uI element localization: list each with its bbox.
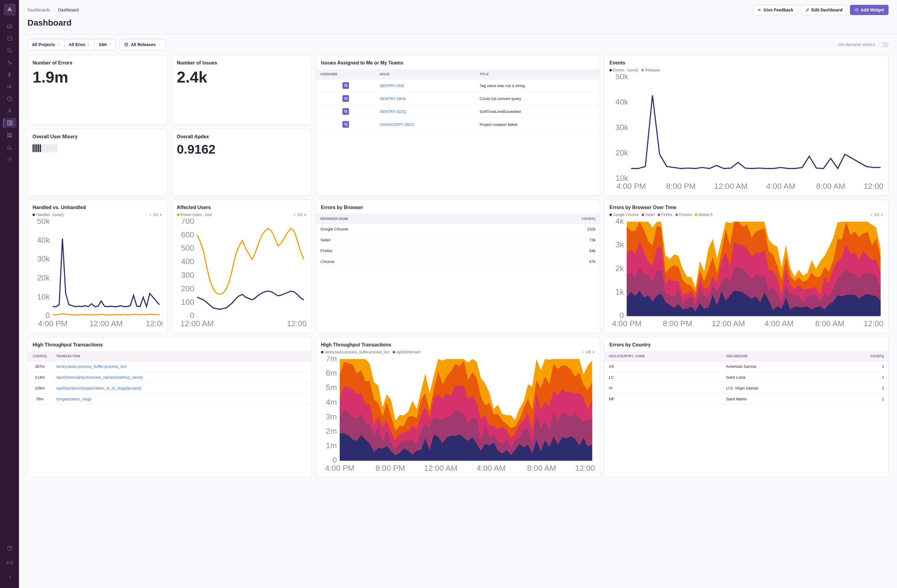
sidebar-item-broadcast[interactable]	[3, 558, 16, 568]
sidebar-item-releases[interactable]	[3, 82, 16, 92]
help-icon	[7, 545, 13, 551]
logo[interactable]	[4, 4, 16, 16]
svg-text:12:00 AM: 12:00 AM	[424, 463, 458, 472]
card-issues-assigned: Issues Assigned to Me or My Teams ASSIGN…	[316, 55, 600, 195]
svg-text:7m: 7m	[326, 356, 337, 363]
svg-text:2m: 2m	[326, 426, 337, 435]
filter-projects[interactable]: All Projects	[28, 39, 64, 50]
table-row[interactable]: 114m/api/0/internal/rpc/{service_name}/{…	[28, 372, 311, 383]
filter-releases[interactable]: All Releases	[119, 39, 166, 50]
edit-dashboard-button[interactable]: Edit Dashboard	[801, 5, 847, 15]
svg-rect-8	[8, 133, 11, 134]
issue-link[interactable]: SENTRY-16H8	[380, 96, 406, 101]
svg-text:100: 100	[181, 297, 194, 306]
svg-text:12:00 PM: 12:00 PM	[287, 319, 306, 328]
chevron-left-icon[interactable]	[149, 213, 152, 216]
filter-range[interactable]: 24H	[95, 39, 116, 50]
filterbar: All Projects All Envs 24H All Releases O…	[19, 34, 897, 55]
assignee-badge: TE	[342, 121, 349, 128]
plus-circle-icon	[854, 8, 859, 12]
svg-text:600: 600	[181, 230, 194, 239]
transaction-link[interactable]: /api/0/internal/rpc/{service_name}/{meth…	[56, 375, 143, 380]
issue-link[interactable]: JAVASCRIPT-1BG2	[380, 122, 415, 127]
svg-text:3m: 3m	[326, 412, 337, 421]
chevron-down-icon	[87, 43, 90, 46]
filter-envs[interactable]: All Envs	[64, 39, 95, 50]
svg-text:8:00 PM: 8:00 PM	[666, 182, 696, 190]
table-row[interactable]: VIU.S. Virgin Islands1	[605, 383, 888, 393]
svg-text:10k: 10k	[37, 292, 50, 301]
sidebar-item-issues[interactable]	[3, 22, 16, 31]
table-row[interactable]: TESENTRY-32ZQSoftTimeLimitExceeded	[316, 105, 600, 118]
table-row[interactable]: Firefox64k	[316, 245, 600, 256]
table-row[interactable]: TEJAVASCRIPT-1BG2Project creation failed	[316, 118, 600, 131]
table-row[interactable]: 76m/{organization_slug}/	[28, 393, 311, 404]
assignee-badge: TE	[342, 95, 349, 102]
issue-link[interactable]: SENTRY-VD5	[380, 84, 404, 88]
transaction-link[interactable]: /{organization_slug}/	[56, 397, 92, 401]
sidebar-collapse[interactable]	[3, 572, 16, 582]
chevron-left-icon[interactable]	[293, 213, 296, 216]
add-widget-button[interactable]: Add Widget	[850, 5, 889, 15]
assignee-badge: TE	[342, 82, 349, 89]
sidebar-item-dashboards[interactable]	[3, 118, 16, 128]
svg-point-11	[9, 159, 10, 160]
transaction-link[interactable]: sentry.tasks.process_buffer.process_incr	[56, 364, 127, 369]
sidebar	[0, 0, 19, 588]
svg-text:40k: 40k	[615, 97, 628, 106]
table-row[interactable]: Google Chrome132k	[316, 223, 600, 234]
chevron-right-icon[interactable]	[159, 213, 162, 216]
svg-text:8:00 PM: 8:00 PM	[663, 319, 692, 328]
svg-text:20k: 20k	[37, 273, 50, 282]
sidebar-item-help[interactable]	[3, 544, 16, 553]
megaphone-icon	[758, 8, 762, 12]
card-handled-unhandled: Handled vs. Unhandled Handled : count() …	[28, 200, 168, 333]
issue-link[interactable]: SENTRY-32ZQ	[380, 109, 406, 114]
sidebar-item-discover[interactable]	[3, 130, 16, 140]
chevron-right-icon[interactable]	[303, 213, 306, 216]
table-row[interactable]: Safari73k	[316, 234, 600, 245]
chevron-left-icon[interactable]	[582, 351, 585, 354]
table-row[interactable]: 367msentry.tasks.process_buffer.process_…	[28, 361, 311, 372]
breadcrumb-root[interactable]: Dashboards	[28, 8, 51, 12]
chevron-down-icon	[109, 43, 112, 46]
chevron-left-icon[interactable]	[870, 213, 873, 216]
svg-text:400: 400	[181, 257, 194, 266]
sidebar-item-performance[interactable]	[3, 58, 16, 67]
sidebar-item-stats[interactable]	[3, 142, 16, 152]
table-row[interactable]: TESENTRY-16H8Could not convert query	[316, 92, 600, 105]
svg-text:4:00 AM: 4:00 AM	[764, 319, 793, 328]
sidebar-item-explore[interactable]	[3, 46, 16, 55]
svg-text:300: 300	[181, 270, 194, 279]
svg-text:2k: 2k	[615, 264, 624, 273]
chevron-right-icon[interactable]	[592, 351, 595, 354]
svg-text:700: 700	[181, 219, 194, 226]
svg-text:40k: 40k	[37, 235, 50, 244]
topbar: Dashboards Dashboard Give Feedback Edit …	[19, 0, 897, 34]
table-row[interactable]: 109m/api/0/projects/{organization_id_or_…	[28, 383, 311, 393]
svg-rect-6	[11, 121, 12, 123]
sidebar-item-settings[interactable]	[3, 154, 16, 164]
card-number-of-issues: Number of Issues 2.4k	[172, 55, 312, 125]
sidebar-item-alerts[interactable]	[3, 106, 16, 116]
transaction-link[interactable]: /api/0/projects/{organization_id_or_slug…	[56, 386, 141, 390]
breadcrumb: Dashboards Dashboard	[28, 8, 79, 12]
table-row[interactable]: ASAmerican Samoa1	[605, 361, 888, 372]
sidebar-item-profiling[interactable]	[3, 70, 16, 79]
chevron-right-icon[interactable]	[880, 213, 883, 216]
give-feedback-button[interactable]: Give Feedback	[753, 5, 798, 15]
sidebar-item-activity[interactable]	[3, 94, 16, 104]
ondemand-toggle[interactable]	[878, 42, 889, 47]
table-row[interactable]: TESENTRY-VD5Tag value was not a string	[316, 79, 600, 92]
table-row[interactable]: LCSaint Lucia1	[605, 372, 888, 383]
sidebar-item-projects[interactable]	[3, 34, 16, 43]
svg-text:8:00 AM: 8:00 AM	[816, 182, 845, 190]
svg-text:30k: 30k	[615, 123, 628, 132]
svg-text:50k: 50k	[37, 219, 50, 226]
broadcast-icon	[7, 560, 13, 566]
table-row[interactable]: MFSaint Martin1	[605, 393, 888, 404]
svg-text:12:00 P: 12:00 P	[146, 319, 162, 328]
svg-text:12:00 AM: 12:00 AM	[89, 319, 122, 328]
svg-text:30k: 30k	[37, 254, 50, 263]
table-row[interactable]: Chrome57k	[316, 256, 600, 267]
